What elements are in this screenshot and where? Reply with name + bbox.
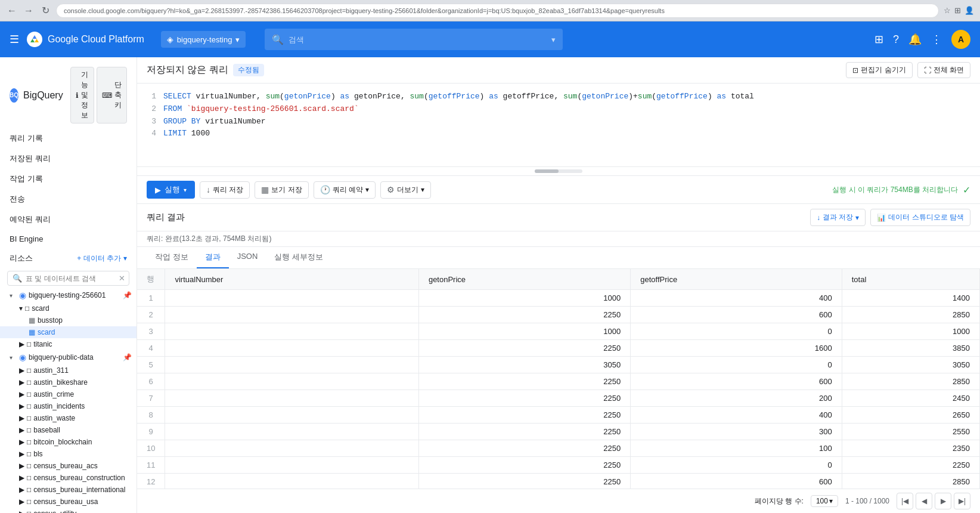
bookmark-icon[interactable]: ☆ [944,6,951,15]
page-size-selector[interactable]: 100 ▾ [811,495,838,507]
last-page-button[interactable]: ▶| [954,493,970,509]
forward-button[interactable]: → [23,5,35,17]
notification-icon[interactable]: 🔔 [908,33,922,46]
edit-badge[interactable]: 수정됨 [233,64,264,76]
dataset-name-scard: scard [32,304,49,313]
more-vert-icon[interactable]: ⋮ [931,33,942,46]
shortcuts-button[interactable]: ⌨ 단축키 [97,67,127,123]
sidebar-item-job-history[interactable]: 작업 기록 [0,169,137,189]
project-item-public[interactable]: ▾ ◉ bigquery-public-data 📌 [0,350,137,364]
dataset-austin-waste[interactable]: ▶ □ austin_waste [0,412,137,424]
dataset-austin311[interactable]: ▶ □ austin_311 [0,364,137,376]
pin-icon[interactable]: 📌 [123,291,132,299]
dataset-census-acs[interactable]: ▶ □ census_bureau_acs [0,460,137,472]
table-busstop[interactable]: ▦ busstop [0,314,137,326]
search-bar[interactable]: 🔍 ▾ [265,29,563,50]
table-scard-active[interactable]: ▦ scard [0,326,137,338]
dataset-census-utility[interactable]: ▶ □ census_utility [0,508,137,513]
public-pin-icon[interactable]: 📌 [123,353,132,361]
download-icon: ↓ [206,185,210,194]
fullscreen-button[interactable]: ⛶ 전체 화면 [917,62,970,78]
save-result-button[interactable]: ↓ 결과 저장 ▾ [810,209,866,226]
url-bar[interactable]: console.cloud.google.com/bigquery?hl=ko&… [56,4,939,18]
table-row: 2 2250 600 2850 [137,307,980,323]
search-input[interactable] [289,35,547,44]
project-icon: ◉ [19,291,26,300]
dataset-census-international[interactable]: ▶ □ census_bureau_international [0,484,137,496]
sidebar-item-scheduled-queries[interactable]: 예약된 쿼리 [0,209,137,230]
cell-virtual-number [165,323,418,340]
hide-editor-button[interactable]: ⊡ 편집기 숨기기 [846,62,912,78]
first-page-button[interactable]: |◀ [897,493,913,509]
col-header-geton-price: getonPrice [418,269,630,290]
tab-execution-details[interactable]: 실행 세부정보 [266,247,331,268]
resource-search-box[interactable]: 🔍 ✕ [7,271,129,286]
save-query-button[interactable]: ↓ 쿼리 저장 [200,181,250,199]
schedule-dropdown-icon: ▾ [365,186,369,194]
editor-scrollbar[interactable] [137,167,980,176]
sidebar-item-saved-queries[interactable]: 저장된 쿼리 [0,149,137,169]
run-dropdown-icon: ▾ [184,187,187,193]
dataset-titanic[interactable]: ▶ □ titanic [0,338,137,350]
data-studio-button[interactable]: 📊 데이터 스튜디오로 탐색 [870,209,970,226]
dataset-census-usa[interactable]: ▶ □ census_bureau_usa [0,496,137,508]
back-button[interactable]: ← [6,5,18,17]
cell-getoff-price: 100 [631,440,842,457]
features-button[interactable]: ℹ 기능 및 정보 [70,67,94,123]
help-icon[interactable]: ? [893,33,899,46]
prev-page-button[interactable]: ◀ [916,493,932,509]
hamburger-menu[interactable]: ☰ [10,33,19,46]
tab-results[interactable]: 결과 [197,247,229,268]
studio-icon: 📊 [877,214,886,222]
reload-button[interactable]: ↻ [39,5,51,17]
main-layout: BQ BigQuery ℹ 기능 및 정보 ⌨ 단축키 쿼리 기록 저장된 쿼리… [0,57,980,513]
cell-getoff-price: 1600 [631,340,842,357]
table-icon: ▦ [29,316,35,325]
more-button[interactable]: ⚙ 더보기 ▾ [380,181,431,199]
tab-json[interactable]: JSON [229,247,266,268]
project-item-testing[interactable]: ▾ ◉ bigquery-testing-256601 📌 [0,288,137,302]
ext-icon1[interactable]: ⊞ [954,6,961,15]
cell-row-num: 4 [137,340,165,357]
tab-job-info[interactable]: 작업 정보 [147,247,197,268]
scrollbar-thumb[interactable] [535,169,559,173]
avatar[interactable]: A [951,30,970,49]
sql-line-1: 1 SELECT virtualNumber, sum(getonPrice) … [147,91,970,103]
next-page-button[interactable]: ▶ [935,493,951,509]
project-selector[interactable]: ◈ bigquery-testing ▾ [161,31,246,48]
keyboard-icon: ⌨ [102,91,112,100]
results-header: 쿼리 결과 ↓ 결과 저장 ▾ 📊 데이터 스튜디오로 탐색 [137,204,980,231]
results-tabs: 작업 정보 결과 JSON 실행 세부정보 [137,247,980,269]
dataset-austin-bikeshare[interactable]: ▶ □ austin_bikeshare [0,376,137,388]
sidebar-item-transfers[interactable]: 전송 [0,189,137,209]
cell-row-num: 11 [137,457,165,474]
clear-search-icon[interactable]: ✕ [119,274,125,283]
query-title-area: 저장되지 않은 쿼리 수정됨 [147,64,264,76]
save-view-button[interactable]: ▦ 보기 저장 [255,181,308,199]
dataset-austin-crime[interactable]: ▶ □ austin_crime [0,388,137,400]
cell-getoff-price: 400 [631,290,842,307]
cell-virtual-number [165,307,418,323]
results-table-body: 1 1000 400 1400 2 2250 600 2850 3 1000 0… [137,290,980,489]
dataset-bls[interactable]: ▶ □ bls [0,448,137,460]
dataset-bitcoin-blockchain[interactable]: ▶ □ bitcoin_blockchain [0,436,137,448]
sidebar-item-bi-engine[interactable]: BI Engine [0,230,137,248]
sql-editor[interactable]: 1 SELECT virtualNumber, sum(getonPrice) … [137,84,980,167]
grid-icon[interactable]: ⊞ [874,33,883,46]
cell-virtual-number [165,440,418,457]
run-button[interactable]: ▶ 실행 ▾ [147,181,195,199]
schedule-query-button[interactable]: 🕐 쿼리 예약 ▾ [314,181,376,199]
cell-total: 3850 [842,340,979,357]
dataset-scard[interactable]: ▾ □ scard [0,302,137,314]
search-dropdown-icon[interactable]: ▾ [551,35,556,44]
dataset-baseball[interactable]: ▶ □ baseball [0,424,137,436]
gcp-logo-icon [26,31,43,48]
resource-search-input[interactable] [26,274,115,283]
dataset-austin-incidents[interactable]: ▶ □ austin_incidents [0,400,137,412]
add-data-button[interactable]: + 데이터 추가 ▾ [77,254,127,264]
sidebar-item-query-history[interactable]: 쿼리 기록 [0,128,137,149]
scrollbar-track[interactable] [535,169,582,173]
ext-icon2[interactable]: 👤 [965,6,974,15]
dataset-census-construction[interactable]: ▶ □ census_bureau_construction [0,472,137,484]
cell-geton-price: 2250 [418,474,630,489]
